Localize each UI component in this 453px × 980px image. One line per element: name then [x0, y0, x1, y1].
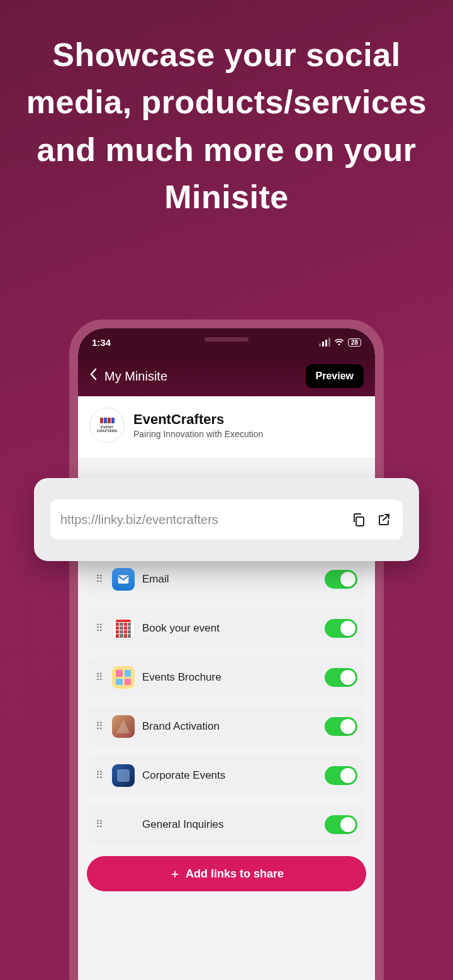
- link-label: General Inquiries: [142, 818, 317, 831]
- toggle-switch[interactable]: [325, 815, 357, 834]
- link-row-general-inquiries[interactable]: General Inquiries: [87, 805, 366, 845]
- toggle-switch[interactable]: [325, 717, 357, 736]
- calendar-icon: [112, 617, 135, 640]
- drag-handle-icon[interactable]: [96, 721, 104, 732]
- link-label: Book your event: [142, 622, 317, 635]
- link-row-email[interactable]: Email: [87, 559, 366, 599]
- link-row-brand-activation[interactable]: Brand Activation: [87, 706, 366, 747]
- toggle-switch[interactable]: [325, 668, 357, 687]
- add-links-label: Add links to share: [186, 867, 284, 881]
- add-links-button[interactable]: ＋ Add links to share: [87, 856, 366, 891]
- link-label: Brand Activation: [142, 720, 317, 733]
- email-icon: [112, 568, 135, 591]
- minisite-url-text: https://linky.biz/eventcrafters: [60, 513, 342, 527]
- drag-handle-icon[interactable]: [96, 574, 104, 584]
- back-button[interactable]: [89, 368, 97, 384]
- page-title: My Minisite: [104, 369, 167, 384]
- toggle-switch[interactable]: [325, 570, 357, 589]
- drag-handle-icon[interactable]: [96, 820, 104, 830]
- app-header: My Minisite Preview: [78, 356, 375, 396]
- copy-icon[interactable]: [350, 511, 367, 528]
- wifi-icon: [334, 337, 344, 347]
- toggle-switch[interactable]: [325, 766, 357, 785]
- plus-icon: ＋: [169, 866, 181, 881]
- cellular-signal-icon: [319, 338, 330, 347]
- drag-handle-icon[interactable]: [96, 771, 104, 781]
- brand-activation-icon: [112, 715, 135, 738]
- profile-section: EVENT CRAFTERS EventCrafters Pairing Inn…: [78, 396, 375, 459]
- promo-background: Showcase your social media, products/ser…: [0, 0, 453, 980]
- svg-rect-1: [356, 517, 364, 526]
- corporate-events-icon: [112, 764, 135, 787]
- link-row-brochure[interactable]: Events Brochure: [87, 657, 366, 698]
- url-share-card: https://linky.biz/eventcrafters: [34, 478, 419, 561]
- link-label: Corporate Events: [142, 769, 317, 782]
- status-time: 1:34: [92, 337, 111, 348]
- avatar-label: EVENT CRAFTERS: [90, 425, 124, 433]
- profile-name: EventCrafters: [133, 411, 263, 428]
- phone-mockup: 1:34 28 My Minisite: [69, 320, 384, 980]
- phone-notch: [160, 328, 293, 350]
- battery-indicator: 28: [348, 338, 361, 347]
- generic-link-icon: [112, 813, 135, 836]
- link-row-corporate-events[interactable]: Corporate Events: [87, 755, 366, 796]
- drag-handle-icon[interactable]: [96, 672, 104, 682]
- avatar: EVENT CRAFTERS: [89, 408, 125, 443]
- link-row-book-event[interactable]: Book your event: [87, 608, 366, 649]
- minisite-url-field[interactable]: https://linky.biz/eventcrafters: [50, 499, 403, 540]
- marketing-headline: Showcase your social media, products/ser…: [0, 0, 453, 221]
- link-label: Email: [142, 573, 317, 586]
- drag-handle-icon[interactable]: [96, 623, 104, 633]
- preview-button[interactable]: Preview: [306, 364, 364, 388]
- open-external-icon[interactable]: [375, 511, 393, 528]
- profile-tagline: Pairing Innovation with Execution: [133, 429, 263, 439]
- brochure-icon: [112, 666, 135, 689]
- link-label: Events Brochure: [142, 671, 317, 684]
- toggle-switch[interactable]: [325, 619, 357, 638]
